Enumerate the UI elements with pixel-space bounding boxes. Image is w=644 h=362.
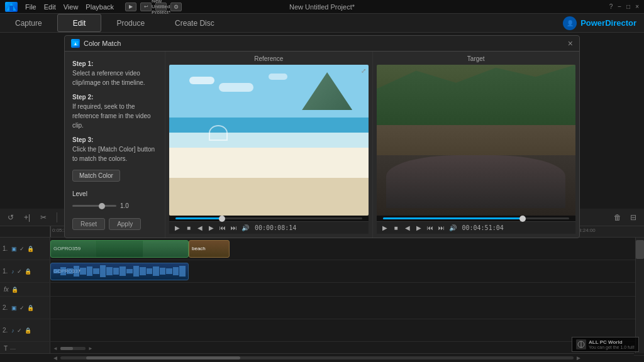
text-scroll-right[interactable]: ► <box>88 346 93 351</box>
tgt-next-btn[interactable]: ▶ <box>414 224 423 231</box>
delete-btn[interactable]: 🗑 <box>611 213 624 222</box>
video-panels: Reference ⤢ <box>165 52 579 238</box>
minimize-btn[interactable]: − <box>618 3 621 10</box>
toolbar-icon4[interactable]: ⚙ <box>170 3 182 11</box>
dialog-close-btn[interactable]: × <box>568 39 573 48</box>
track-controls-video1: 1. ▣ ✓ 🔒 <box>0 238 50 260</box>
step2-label: Step 2: <box>72 92 157 102</box>
level-slider-thumb[interactable] <box>99 203 105 209</box>
cloud3 <box>269 74 287 80</box>
tab-create-disc[interactable]: Create Disc <box>160 14 230 32</box>
reference-expand-icon[interactable]: ⤢ <box>361 67 366 74</box>
clip-gopro359[interactable]: GOPRO359 <box>50 240 189 258</box>
menu-edit[interactable]: Edit <box>44 3 56 11</box>
target-video <box>377 65 576 216</box>
target-section: Target <box>373 52 580 238</box>
fx-lock-btn[interactable]: 🔒 <box>11 287 18 293</box>
track-mute-btn3[interactable]: ✓ <box>19 305 25 311</box>
user-avatar[interactable]: 👤 <box>563 16 577 30</box>
video-panels-top: Reference ⤢ <box>165 52 579 238</box>
instructions-panel: Step 1: Select a reference video clip/im… <box>65 52 165 238</box>
ref-prev-btn[interactable]: ◀ <box>196 224 204 231</box>
track-row-video2: 2. ▣ ✓ 🔒 <box>0 297 644 319</box>
app-logo <box>5 2 18 12</box>
text-track-label: T <box>4 345 8 352</box>
track-lock-btn2[interactable]: 🔒 <box>25 268 31 275</box>
reset-btn[interactable]: Reset <box>72 218 105 230</box>
scrollbar-thumb[interactable] <box>86 356 240 359</box>
scroll-right-btn[interactable]: ► <box>574 354 584 361</box>
tgt-prev-frame-btn[interactable]: ⏮ <box>426 224 435 231</box>
scroll-left-btn[interactable]: ◄ <box>50 354 60 361</box>
tgt-next-frame-btn[interactable]: ⏭ <box>437 224 446 231</box>
tab-edit[interactable]: Edit <box>57 14 102 32</box>
ref-play-btn[interactable]: ▶ <box>173 224 182 231</box>
level-label: Level <box>72 189 157 199</box>
watermark-text: ALL PC World You can get the 1.0 full! <box>589 339 635 349</box>
track-controls-audio2: 2. ♪ ✓ 🔒 <box>0 319 50 341</box>
tab-produce[interactable]: Produce <box>101 14 160 32</box>
target-progress-thumb[interactable] <box>519 216 526 222</box>
ref-stop-btn[interactable]: ■ <box>184 224 193 231</box>
track-mute-btn4[interactable]: ✓ <box>17 327 22 334</box>
tgt-stop-btn[interactable]: ■ <box>392 224 401 231</box>
undo-btn[interactable]: ↺ <box>5 213 16 222</box>
menu-playback[interactable]: Playback <box>86 3 114 11</box>
track-controls-audio1: 1. ♪ ✓ 🔒 <box>0 260 50 282</box>
track-lock-btn1[interactable]: 🔒 <box>27 246 34 252</box>
apply-btn[interactable]: Apply <box>109 218 141 230</box>
level-slider[interactable] <box>72 205 116 207</box>
text-scroll-left[interactable]: ◄ <box>53 346 58 351</box>
dialog-title-bar: Color Match × <box>65 36 579 52</box>
help-btn[interactable]: ? <box>609 3 613 10</box>
toolbar-icon3[interactable]: New Untitled Project* <box>155 3 167 11</box>
color-match-dialog: Color Match × Step 1: Select a reference… <box>64 35 580 238</box>
menu-file[interactable]: File <box>25 3 36 11</box>
target-progress-fill <box>383 217 523 219</box>
tab-capture[interactable]: Capture <box>0 14 57 32</box>
track-mute-btn2[interactable]: ✓ <box>17 268 22 275</box>
text-scroll-bar[interactable] <box>60 347 86 350</box>
ref-next-frame-btn[interactable]: ⏭ <box>230 224 238 231</box>
add-track-btn[interactable]: +| <box>21 213 33 222</box>
app-brand: 👤 PowerDirector <box>563 16 636 30</box>
close-btn[interactable]: × <box>635 3 639 10</box>
reference-progress[interactable] <box>175 217 362 219</box>
toolbar-icon2[interactable]: ↩ <box>140 3 152 11</box>
toolbar-icon1[interactable]: ▶ <box>125 3 136 11</box>
ref-prev-frame-btn[interactable]: ⏮ <box>218 224 227 231</box>
target-progress[interactable] <box>383 217 570 219</box>
track-lock-btn4[interactable]: 🔒 <box>25 327 31 334</box>
clip-audio-gopro337[interactable]: GOPRO337 <box>50 263 189 280</box>
watermark-logo <box>576 339 586 349</box>
reference-controls: ▶ ■ ◀ ▶ ⏮ ⏭ 🔊 00:00:08:14 <box>169 221 369 234</box>
beach-wave <box>209 125 228 141</box>
fx-label: fx <box>4 286 9 293</box>
ref-vol-btn[interactable]: 🔊 <box>241 224 250 231</box>
merge-btn[interactable]: ⊟ <box>628 213 639 222</box>
rocky-hills <box>377 65 576 125</box>
cut-btn[interactable]: ✂ <box>38 213 49 222</box>
target-frame <box>377 65 576 216</box>
svg-rect-1 <box>9 6 13 11</box>
clip-beach[interactable]: beach <box>189 240 230 258</box>
ruler-mark-8: 0:08:24:00 <box>570 226 644 237</box>
maximize-btn[interactable]: □ <box>626 3 630 10</box>
tgt-play-btn[interactable]: ▶ <box>380 224 389 231</box>
match-color-btn[interactable]: Match Color <box>72 170 120 182</box>
menu-view[interactable]: View <box>64 3 79 11</box>
ref-next-btn[interactable]: ▶ <box>207 224 216 231</box>
tgt-prev-btn[interactable]: ◀ <box>403 224 412 231</box>
tgt-vol-btn[interactable]: 🔊 <box>448 224 457 231</box>
timeline-scrollbar[interactable]: ◄ ► <box>0 353 634 362</box>
scrollbar-track[interactable] <box>60 356 574 359</box>
track-lock-btn3[interactable]: 🔒 <box>27 305 34 311</box>
project-title: New Untitled Project* <box>289 3 355 11</box>
vertical-scrollbar[interactable] <box>635 238 644 353</box>
dialog-icon <box>71 39 80 48</box>
v-scrollbar-thumb[interactable] <box>636 240 644 259</box>
dialog-body: Step 1: Select a reference video clip/im… <box>65 52 579 238</box>
step1-label: Step 1: <box>72 59 157 69</box>
reference-progress-thumb[interactable] <box>219 216 225 222</box>
track-mute-btn[interactable]: ✓ <box>19 246 25 252</box>
